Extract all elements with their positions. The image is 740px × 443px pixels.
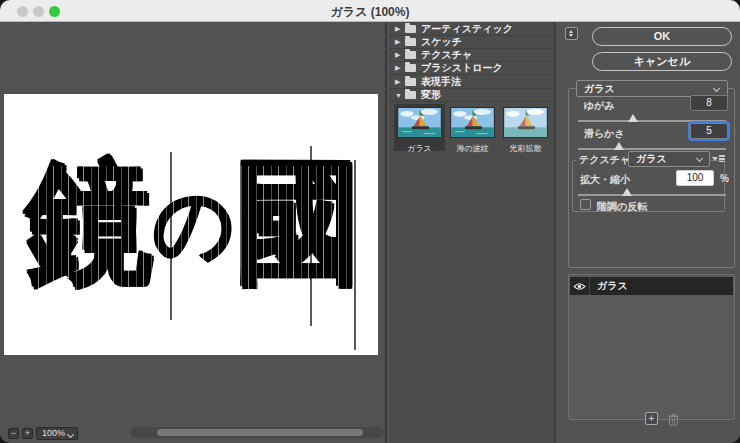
filter-select-value: ガラス — [584, 83, 615, 94]
artwork-char: 鏡 — [27, 135, 147, 314]
collapse-panel-icon[interactable] — [565, 27, 578, 40]
sailboat-thumbnail-image — [397, 107, 442, 138]
triangle-right-icon[interactable]: ▶ — [395, 38, 405, 46]
delete-effect-layer-button[interactable] — [667, 412, 680, 425]
thumbnail-label: 光彩拡散 — [500, 143, 551, 154]
scale-label: 拡大・縮小 — [580, 173, 630, 187]
triangle-right-icon[interactable]: ▶ — [395, 78, 405, 86]
eye-icon — [573, 282, 586, 291]
chevron-down-icon — [696, 155, 703, 162]
chevron-down-icon — [67, 431, 74, 438]
slider-track — [578, 194, 726, 196]
slider-thumb[interactable] — [614, 142, 624, 150]
invert-label: 階調の反転 — [597, 200, 647, 214]
visibility-toggle[interactable] — [570, 277, 590, 295]
folder-label: テクスチャ — [421, 48, 472, 62]
invert-checkbox[interactable] — [580, 199, 591, 210]
glass-streak — [170, 152, 172, 320]
folder-icon — [405, 78, 416, 86]
scrollbar-thumb[interactable] — [157, 429, 363, 436]
folder-label: アーティスティック — [421, 22, 513, 36]
glass-streak — [310, 146, 312, 326]
triangle-down-icon — [569, 34, 573, 37]
scale-unit: % — [720, 173, 729, 184]
ok-button[interactable]: OK — [592, 27, 732, 46]
scale-value-field[interactable]: 100 — [676, 170, 714, 186]
window-title: ガラス (100%) — [0, 4, 740, 21]
effect-layer-label: ガラス — [597, 279, 628, 293]
folder-label: 変形 — [421, 88, 441, 102]
sailboat-thumbnail-image — [503, 107, 548, 138]
preview-pane: 鏡 の 國 − + 100% — [0, 22, 387, 443]
smoothness-label: 滑らかさ — [584, 127, 625, 141]
texture-menu-icon[interactable] — [712, 154, 725, 164]
filter-category-list: ▶ アーティスティック ▶ スケッチ ▶ テクスチャ ▶ ブラシストローク ▶ … — [389, 22, 556, 443]
scale-slider[interactable] — [578, 188, 726, 198]
folder-icon — [405, 38, 416, 46]
zoom-in-button[interactable]: + — [22, 428, 33, 439]
folder-label: スケッチ — [421, 35, 462, 49]
cancel-button[interactable]: キャンセル — [592, 52, 732, 71]
titlebar[interactable]: ガラス (100%) — [0, 0, 740, 22]
triangle-down-icon[interactable]: ▼ — [395, 92, 405, 99]
thumbnail-label: 海の波紋 — [447, 143, 498, 154]
folder-icon — [405, 25, 416, 33]
settings-pane: OK キャンセル ガラス ゆがみ 8 滑らかさ 5 テクスチャ： ガラス 拡大 — [556, 22, 740, 443]
slider-thumb[interactable] — [622, 188, 632, 196]
folder-icon — [405, 64, 416, 72]
new-effect-layer-button[interactable]: + — [645, 412, 658, 425]
sailboat-thumbnail-image — [450, 107, 495, 138]
artwork-char: 國 — [235, 135, 355, 314]
trash-icon — [667, 413, 680, 426]
folder-artistic[interactable]: ▶ アーティスティック — [389, 23, 554, 36]
triangle-right-icon[interactable]: ▶ — [395, 25, 405, 33]
folder-brushstrokes[interactable]: ▶ ブラシストローク — [389, 62, 554, 75]
folder-distort[interactable]: ▼ 変形 — [389, 89, 554, 102]
zoom-out-button[interactable]: − — [8, 428, 19, 439]
effect-layer-row[interactable]: ガラス — [570, 277, 733, 295]
folder-stylize[interactable]: ▶ 表現手法 — [389, 76, 554, 89]
distortion-label: ゆがみ — [584, 99, 615, 113]
artwork-text: 鏡 の 國 — [4, 94, 378, 355]
artwork-char: の — [153, 167, 229, 281]
folder-label: 表現手法 — [421, 75, 461, 89]
chevron-down-icon — [713, 85, 720, 92]
glass-streak — [354, 160, 356, 350]
horizontal-scrollbar[interactable] — [130, 427, 384, 438]
triangle-right-icon[interactable]: ▶ — [395, 64, 405, 72]
texture-select-value: ガラス — [636, 153, 667, 164]
thumbnail-label: ガラス — [394, 143, 445, 154]
triangle-up-icon — [569, 30, 573, 33]
slider-thumb[interactable] — [628, 114, 638, 122]
smoothness-value-field[interactable]: 5 — [690, 123, 728, 139]
open-folder-icon — [405, 91, 416, 99]
zoom-level-dropdown[interactable]: 100% — [36, 427, 78, 440]
effect-layers-panel: ガラス — [568, 274, 735, 420]
zoom-level-value: 100% — [42, 428, 65, 438]
folder-label: ブラシストローク — [421, 61, 503, 75]
distortion-value-field[interactable]: 8 — [690, 95, 728, 111]
texture-select-dropdown[interactable]: ガラス — [628, 151, 710, 167]
preview-canvas[interactable]: 鏡 の 國 — [4, 94, 378, 355]
filter-thumbnails: ガラス 海の波紋 — [389, 104, 554, 151]
filter-gallery-dialog: ガラス (100%) 鏡 の 國 − + 100% ▶ アーティ — [0, 0, 740, 443]
thumbnail-glass[interactable]: ガラス — [394, 104, 445, 151]
slider-track — [578, 148, 726, 150]
folder-icon — [405, 51, 416, 59]
slider-track — [578, 120, 726, 122]
triangle-right-icon[interactable]: ▶ — [395, 51, 405, 59]
menu-lines-icon — [719, 155, 725, 162]
thumbnail-ocean-ripple[interactable]: 海の波紋 — [447, 104, 498, 151]
thumbnail-diffuse-glow[interactable]: 光彩拡散 — [500, 104, 551, 151]
triangle-down-icon — [712, 157, 718, 161]
